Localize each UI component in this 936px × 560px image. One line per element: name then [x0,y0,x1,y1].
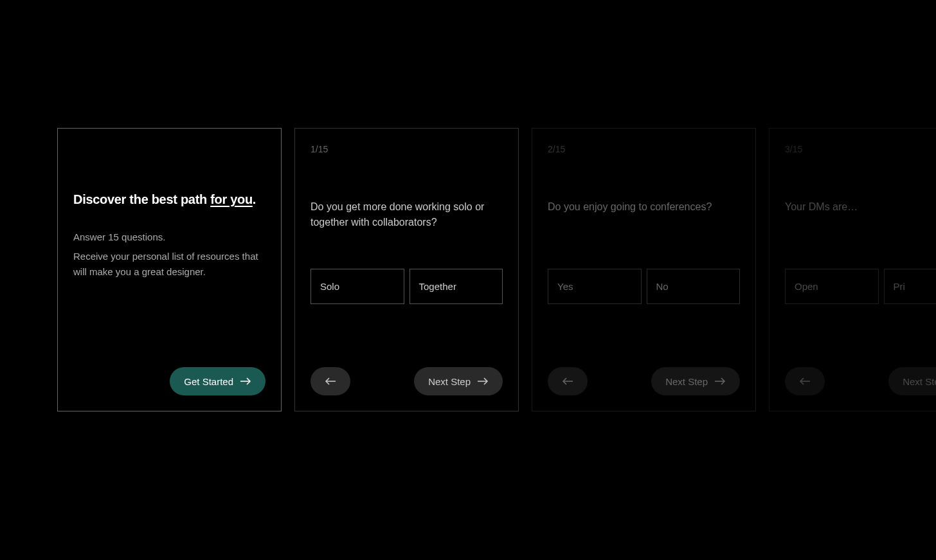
next-step-label: Next Step [428,376,471,387]
option-private[interactable]: Pri [884,269,937,304]
get-started-button[interactable]: Get Started [170,367,266,395]
progress-indicator: 1/15 [310,144,503,154]
next-step-button[interactable]: Next Step [414,367,503,395]
options-row: Open Pri [785,269,936,304]
progress-indicator: 3/15 [785,144,936,154]
intro-title-prefix: Discover the best path [73,192,210,206]
next-step-label: Next Step [903,376,936,387]
intro-line-1: Answer 15 questions. [73,230,266,245]
arrow-right-icon [714,377,726,386]
option-solo[interactable]: Solo [310,269,404,304]
question-text: Do you enjoy going to conferences? [548,199,740,230]
back-button[interactable] [548,367,588,395]
question-card-3: 3/15 Your DMs are… Open Pri Next Step [769,128,936,411]
option-open[interactable]: Open [785,269,879,304]
next-step-button[interactable]: Next Step [651,367,740,395]
intro-line-2: Receive your personal list of resources … [73,249,266,280]
intro-title-suffix: . [253,192,256,206]
intro-title: Discover the best path for you. [73,192,266,207]
intro-card: Discover the best path for you. Answer 1… [57,128,282,411]
option-together[interactable]: Together [410,269,503,304]
options-row: Yes No [548,269,740,304]
nav-row: Next Step [785,367,936,395]
arrow-left-icon [325,377,336,386]
back-button[interactable] [310,367,350,395]
arrow-right-icon [477,377,489,386]
question-card-1: 1/15 Do you get more done working solo o… [294,128,519,411]
next-step-button[interactable]: Next Step [888,367,936,395]
nav-row: Next Step [310,367,503,395]
cards-container: Discover the best path for you. Answer 1… [57,128,936,411]
option-yes[interactable]: Yes [548,269,642,304]
arrow-left-icon [562,377,573,386]
question-text: Do you get more done working solo or tog… [310,199,503,230]
nav-row: Next Step [548,367,740,395]
intro-title-underline: for you [210,192,253,206]
option-no[interactable]: No [647,269,741,304]
options-row: Solo Together [310,269,503,304]
get-started-label: Get Started [184,376,233,387]
question-card-2: 2/15 Do you enjoy going to conferences? … [532,128,756,411]
progress-indicator: 2/15 [548,144,740,154]
question-text: Your DMs are… [785,199,936,230]
arrow-right-icon [240,377,251,386]
next-step-label: Next Step [665,376,708,387]
arrow-left-icon [799,377,811,386]
back-button[interactable] [785,367,825,395]
